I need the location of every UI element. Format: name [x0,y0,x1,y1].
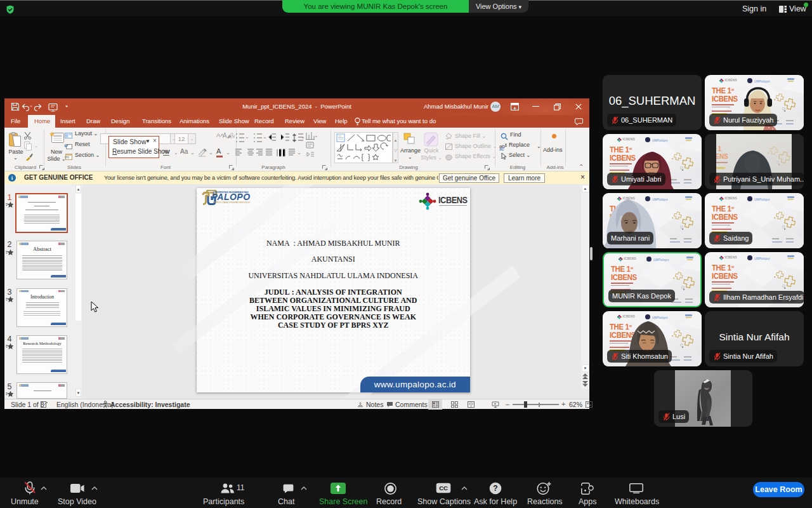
svg-text:ac: ac [499,147,504,150]
svg-text:CC: CC [439,485,448,491]
svg-text:?: ? [493,484,497,493]
